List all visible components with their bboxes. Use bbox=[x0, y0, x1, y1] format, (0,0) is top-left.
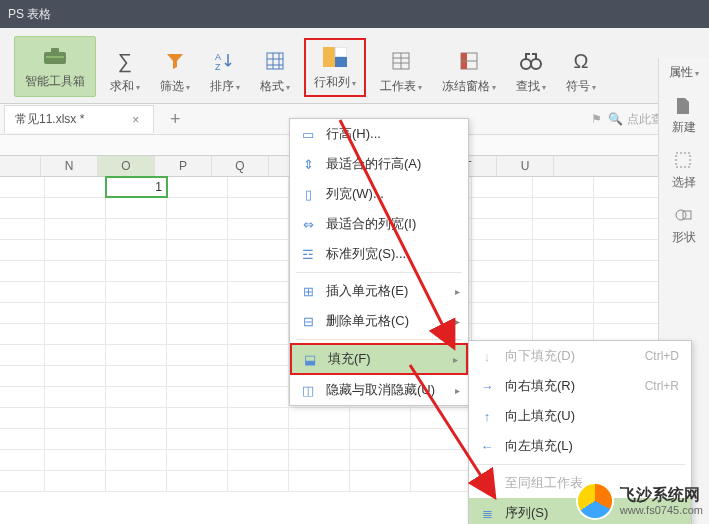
submenu-fill-right[interactable]: → 向右填充(R) Ctrl+R bbox=[469, 371, 691, 401]
freeze-panes-button[interactable]: 冻结窗格▾ bbox=[436, 46, 502, 97]
sidebar-shape-button[interactable]: 形状 bbox=[665, 207, 703, 246]
svg-rect-5 bbox=[267, 53, 283, 69]
properties-title: 属性 bbox=[669, 65, 693, 79]
row-column-button[interactable]: 行和列▾ bbox=[304, 38, 366, 97]
format-button[interactable]: 格式▾ bbox=[254, 46, 296, 97]
select-icon bbox=[675, 152, 693, 170]
watermark-url: www.fs0745.com bbox=[620, 504, 703, 517]
menu-autofit-col-label: 最适合的列宽(I) bbox=[326, 215, 416, 233]
menu-separator bbox=[475, 464, 685, 465]
fill-down-icon: ↓ bbox=[477, 346, 497, 366]
svg-rect-22 bbox=[676, 153, 690, 167]
delete-cells-icon: ⊟ bbox=[298, 311, 318, 331]
menu-fill[interactable]: ⬓ 填充(F) ▸ bbox=[290, 343, 468, 375]
new-tab-button[interactable]: + bbox=[162, 106, 188, 132]
worksheet-label: 工作表 bbox=[380, 79, 416, 93]
tab-close-button[interactable]: × bbox=[132, 113, 139, 127]
col-header[interactable]: U bbox=[497, 156, 554, 176]
svg-text:Z: Z bbox=[215, 62, 221, 71]
smart-toolbox-button[interactable]: 智能工具箱 bbox=[14, 36, 96, 97]
find-button[interactable]: 查找▾ bbox=[510, 46, 552, 97]
menu-insert-cells[interactable]: ⊞ 插入单元格(E) ▸ bbox=[290, 276, 468, 306]
worksheet-button[interactable]: 工作表▾ bbox=[374, 46, 428, 97]
symbol-label: 符号 bbox=[566, 79, 590, 93]
binoculars-icon bbox=[518, 48, 544, 74]
smart-toolbox-label: 智能工具箱 bbox=[25, 73, 85, 90]
sort-label: 排序 bbox=[210, 79, 234, 93]
fill-up-icon: ↑ bbox=[477, 406, 497, 426]
worksheet-icon bbox=[388, 48, 414, 74]
submenu-fill-down-label: 向下填充(D) bbox=[505, 347, 575, 365]
product-name: PS 表格 bbox=[8, 6, 51, 23]
watermark: 飞沙系统网 www.fs0745.com bbox=[578, 484, 703, 518]
ribbon: 智能工具箱 ∑ 求和▾ 筛选▾ AZ 排序▾ 格式▾ 行和列▾ 工作表▾ bbox=[0, 28, 709, 104]
menu-autofit-row-label: 最适合的行高(A) bbox=[326, 155, 421, 173]
menu-hide-unhide-label: 隐藏与取消隐藏(U) bbox=[326, 381, 435, 399]
grid-icon bbox=[262, 48, 288, 74]
sort-button[interactable]: AZ 排序▾ bbox=[204, 46, 246, 97]
menu-std-col-width-label: 标准列宽(S)... bbox=[326, 245, 406, 263]
cell-value: 1 bbox=[155, 180, 162, 194]
document-tab[interactable]: 常见11.xlsx * × bbox=[4, 105, 154, 133]
submenu-fill-right-label: 向右填充(R) bbox=[505, 377, 575, 395]
fill-icon: ⬓ bbox=[300, 349, 320, 369]
sort-icon: AZ bbox=[212, 48, 238, 74]
filter-label: 筛选 bbox=[160, 79, 184, 93]
svg-point-21 bbox=[531, 59, 541, 69]
col-header[interactable]: P bbox=[155, 156, 212, 176]
submenu-fill-down-shortcut: Ctrl+D bbox=[645, 349, 679, 363]
watermark-name: 飞沙系统网 bbox=[620, 485, 703, 504]
sum-button[interactable]: ∑ 求和▾ bbox=[104, 46, 146, 97]
menu-autofit-col[interactable]: ⇔ 最适合的列宽(I) bbox=[290, 209, 468, 239]
menu-delete-cells-label: 删除单元格(C) bbox=[326, 312, 409, 330]
sidebar-new-label: 新建 bbox=[672, 119, 696, 136]
shape-icon bbox=[675, 207, 693, 225]
submenu-arrow-icon: ▸ bbox=[455, 316, 460, 327]
freeze-label: 冻结窗格 bbox=[442, 79, 490, 93]
blank-icon bbox=[477, 473, 497, 493]
submenu-series-label: 序列(S) bbox=[505, 504, 548, 522]
col-header[interactable]: N bbox=[41, 156, 98, 176]
funnel-icon bbox=[162, 48, 188, 74]
rowcol-dropdown-menu: ▭ 行高(H)... ⇕ 最适合的行高(A) ▯ 列宽(W)... ⇔ 最适合的… bbox=[289, 118, 469, 406]
series-icon: ≣ bbox=[477, 503, 497, 523]
std-col-icon: ☲ bbox=[298, 244, 318, 264]
autofit-row-icon: ⇕ bbox=[298, 154, 318, 174]
menu-hide-unhide[interactable]: ◫ 隐藏与取消隐藏(U) ▸ bbox=[290, 375, 468, 405]
tab-file-label: 常见11.xlsx * bbox=[15, 111, 84, 128]
selected-cell[interactable]: 1 bbox=[106, 177, 167, 197]
col-header[interactable]: O bbox=[98, 156, 155, 176]
freeze-icon bbox=[456, 48, 482, 74]
svg-rect-10 bbox=[323, 47, 335, 67]
menu-separator bbox=[296, 339, 462, 340]
autofit-col-icon: ⇔ bbox=[298, 214, 318, 234]
submenu-fill-left[interactable]: ← 向左填充(L) bbox=[469, 431, 691, 461]
watermark-logo-icon bbox=[578, 484, 612, 518]
filter-button[interactable]: 筛选▾ bbox=[154, 46, 196, 97]
sum-label: 求和 bbox=[110, 79, 134, 93]
sidebar-select-button[interactable]: 选择 bbox=[665, 152, 703, 191]
menu-std-col-width[interactable]: ☲ 标准列宽(S)... bbox=[290, 239, 468, 269]
toolbox-icon bbox=[42, 43, 68, 69]
menu-row-height[interactable]: ▭ 行高(H)... bbox=[290, 119, 468, 149]
sidebar-new-button[interactable]: 新建 bbox=[665, 97, 703, 136]
col-width-icon: ▯ bbox=[298, 184, 318, 204]
fill-left-icon: ← bbox=[477, 436, 497, 456]
submenu-fill-up-label: 向上填充(U) bbox=[505, 407, 575, 425]
menu-insert-cells-label: 插入单元格(E) bbox=[326, 282, 408, 300]
svg-rect-24 bbox=[683, 211, 691, 219]
flag-icon: ⚑ bbox=[591, 112, 602, 126]
menu-col-width[interactable]: ▯ 列宽(W)... bbox=[290, 179, 468, 209]
menu-delete-cells[interactable]: ⊟ 删除单元格(C) ▸ bbox=[290, 306, 468, 336]
format-label: 格式 bbox=[260, 79, 284, 93]
menu-autofit-row[interactable]: ⇕ 最适合的行高(A) bbox=[290, 149, 468, 179]
svg-rect-11 bbox=[335, 47, 347, 57]
svg-rect-2 bbox=[46, 56, 64, 58]
menu-fill-label: 填充(F) bbox=[328, 350, 371, 368]
svg-text:A: A bbox=[215, 52, 221, 62]
svg-rect-1 bbox=[51, 48, 59, 53]
col-header[interactable]: Q bbox=[212, 156, 269, 176]
submenu-fill-up[interactable]: ↑ 向上填充(U) bbox=[469, 401, 691, 431]
find-label: 查找 bbox=[516, 79, 540, 93]
symbol-button[interactable]: Ω 符号▾ bbox=[560, 46, 602, 97]
